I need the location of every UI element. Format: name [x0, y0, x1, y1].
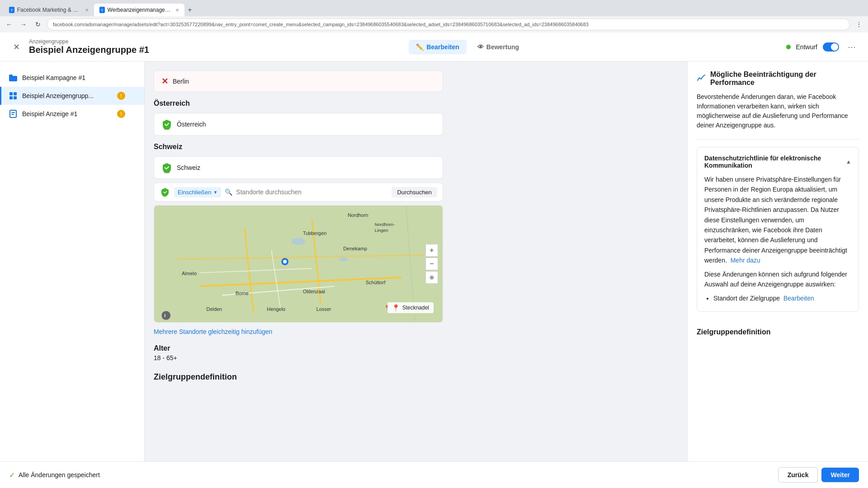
chart-icon [697, 73, 706, 84]
svg-rect-3 [11, 112, 15, 113]
bullet-standort-prefix: Standort der Zielgruppe [713, 295, 780, 302]
back-button[interactable]: ← [4, 19, 14, 30]
nav-bar: ← → ↻ facebook.com/adsmanager/manage/ads… [0, 16, 868, 33]
tab-1-label: Facebook Marketing & Werbe... [17, 7, 80, 13]
stecknadel-text: Stecknadel [402, 305, 429, 311]
map-controls: + − ⊕ [425, 244, 438, 284]
tab-1[interactable]: f Facebook Marketing & Werbe... ✕ [4, 4, 94, 16]
status-toggle[interactable] [823, 42, 839, 52]
location-search-button[interactable]: Durchsuchen [392, 187, 437, 197]
svg-text:Almelo: Almelo [182, 271, 197, 276]
status-label: Entwurf [796, 43, 817, 51]
include-label: Einschließen [178, 189, 211, 196]
svg-rect-1 [9, 75, 13, 77]
edit-icon: ✏️ [416, 43, 424, 51]
svg-rect-4 [11, 114, 14, 115]
refresh-button[interactable]: ↻ [33, 19, 43, 30]
svg-text:Lingen: Lingen [375, 228, 388, 233]
close-button[interactable]: ✕ [9, 40, 24, 54]
address-text: facebook.com/adsmanager/manage/adsets/ed… [53, 22, 589, 27]
tab-2-favicon: f [99, 7, 105, 13]
include-shield-icon [160, 187, 170, 197]
location-berlin-name: Berlin [173, 78, 189, 85]
map-location[interactable]: ⊕ [425, 271, 438, 284]
map-stecknadel-label: 📍 Stecknadel [387, 302, 434, 313]
sidebar-anzeige-label: Beispiel Anzeige #1 [22, 110, 113, 117]
svg-text:Delden: Delden [207, 306, 222, 312]
location-berlin-remove[interactable]: ✕ [161, 76, 168, 86]
svg-text:i: i [164, 313, 165, 318]
location-search-input[interactable] [236, 188, 388, 196]
header-center-actions: ✏️ Bearbeiten 👁 Bewertung [409, 40, 526, 54]
datenschutz-title: Datenschutzrichtlinie für elektronische … [704, 155, 846, 169]
performance-section-header: Mögliche Beeinträchtigung der Performanc… [697, 70, 859, 87]
tab-bar: f Facebook Marketing & Werbe... ✕ f Werb… [0, 0, 868, 16]
schweiz-shield-icon [161, 162, 172, 173]
extensions-button[interactable]: ⋮ [854, 19, 864, 30]
tab-1-favicon: f [9, 7, 14, 13]
eye-icon: 👁 [477, 43, 484, 51]
datenschutz-text-1: Wir haben unsere Privatsphäre-Einstellun… [704, 176, 847, 264]
map-zoom-out[interactable]: − [425, 258, 438, 270]
tab-2-close[interactable]: ✕ [175, 8, 179, 13]
svg-text:Tubbergen: Tubbergen [303, 230, 326, 236]
footer: ✓ Alle Änderungen gespeichert Zurück Wei… [0, 461, 868, 488]
tab-2[interactable]: f Werbeanzeigenmanager - We... ✕ [94, 4, 184, 16]
schweiz-section-header: Schweiz [154, 143, 443, 151]
sidebar-item-anzeige[interactable]: Beispiel Anzeige #1 ! ⋯ [0, 105, 144, 123]
svg-text:Nordhorn: Nordhorn [348, 212, 368, 218]
new-tab-button[interactable]: + [184, 5, 195, 15]
footer-actions: Zurück Weiter [778, 467, 859, 483]
age-value: 18 - 65+ [154, 354, 443, 361]
folder-icon [9, 73, 18, 82]
svg-text:Oldenzaal: Oldenzaal [303, 289, 325, 294]
map-zoom-in[interactable]: + [425, 244, 438, 257]
svg-text:Losser: Losser [316, 306, 331, 312]
weiter-button[interactable]: Weiter [821, 468, 859, 482]
footer-save-status: ✓ Alle Änderungen gespeichert [9, 471, 100, 479]
datenschutz-section: Datenschutzrichtlinie für elektronische … [697, 147, 859, 312]
adgroup-icon [9, 91, 18, 100]
bewertung-button[interactable]: 👁 Bewertung [470, 40, 526, 54]
sidebar-item-kampagne[interactable]: Beispiel Kampagne #1 ⋯ [0, 69, 144, 87]
include-chevron-icon: ▼ [213, 190, 217, 195]
stecknadel-pin-icon: 📍 [392, 304, 400, 311]
bewertung-label: Bewertung [486, 43, 519, 51]
age-section: Alter 18 - 65+ [154, 344, 443, 361]
svg-text:Hengelo: Hengelo [267, 306, 286, 312]
panel-divider [697, 139, 859, 140]
zielgruppe-section-label: Zielgruppendefinition [154, 372, 443, 382]
datenschutz-header[interactable]: Datenschutzrichtlinie für elektronische … [704, 155, 851, 169]
mehr-dazu-link[interactable]: Mehr dazu [731, 257, 760, 264]
more-options-button[interactable]: ⋯ [844, 40, 859, 54]
include-button[interactable]: Einschließen ▼ [174, 187, 221, 197]
bearbeiten-label: Bearbeiten [426, 43, 459, 51]
location-item-schweiz: Schweiz [154, 156, 443, 179]
top-header: ✕ Anzeigengruppe Beispiel Anzeigengruppe… [0, 33, 868, 61]
bullet-bearbeiten-link[interactable]: Bearbeiten [783, 295, 814, 302]
sidebar: Beispiel Kampagne #1 ⋯ Beispiel Anzeigen… [0, 61, 145, 461]
sidebar-anzeige-warning: ! [117, 110, 125, 118]
main-content: Beispiel Kampagne #1 ⋯ Beispiel Anzeigen… [0, 61, 868, 461]
tab-1-close[interactable]: ✕ [85, 8, 89, 13]
bearbeiten-button[interactable]: ✏️ Bearbeiten [409, 40, 466, 54]
svg-text:Borne: Borne [236, 291, 249, 296]
forward-button[interactable]: → [18, 19, 29, 30]
datenschutz-content: Wir haben unsere Privatsphäre-Einstellun… [704, 174, 851, 304]
performance-section: Mögliche Beeinträchtigung der Performanc… [697, 70, 859, 130]
zielgruppe-panel-section: Zielgruppendefinition [697, 321, 859, 343]
sidebar-item-anzeigengruppe[interactable]: Beispiel Anzeigengrupp... ! ⋯ [0, 87, 144, 105]
header-right-section: Entwurf ⋯ [786, 40, 859, 54]
age-section-label: Alter [154, 344, 443, 352]
tab-2-label: Werbeanzeigenmanager - We... [108, 7, 171, 13]
map-container[interactable]: Nordhorn Nordhorn- Lingen Tubbergen Dene… [154, 205, 443, 323]
address-bar[interactable]: facebook.com/adsmanager/manage/adsets/ed… [47, 19, 850, 30]
add-locations-link[interactable]: Mehrere Standorte gleichzeitig hinzufüge… [154, 328, 443, 335]
performance-title: Mögliche Beeinträchtigung der Performanc… [710, 70, 859, 87]
datenschutz-chevron-icon[interactable]: ▲ [846, 159, 851, 165]
status-indicator [786, 45, 791, 49]
location-oesterreich-name: Österreich [177, 121, 206, 128]
zuruck-button[interactable]: Zurück [778, 467, 818, 483]
location-item-berlin: ✕ Berlin [154, 70, 443, 92]
oesterreich-section-header: Österreich [154, 99, 443, 108]
